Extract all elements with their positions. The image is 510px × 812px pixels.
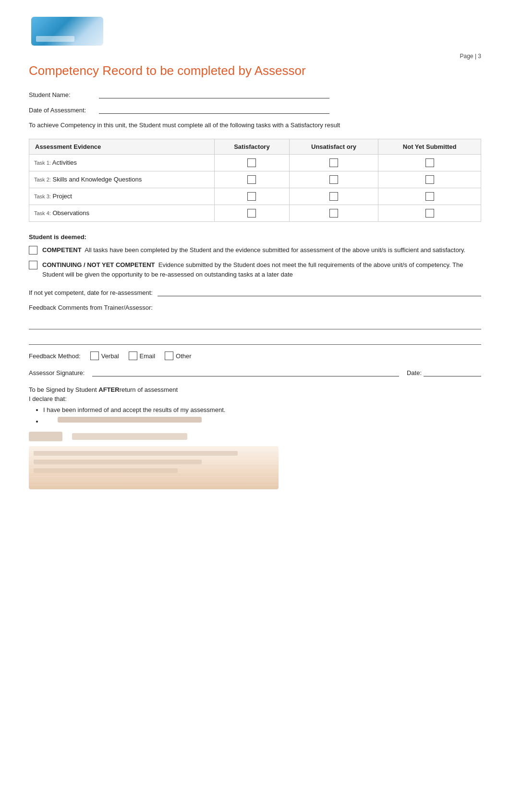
notyet-checkbox-0[interactable] xyxy=(425,158,434,167)
feedback-line-1[interactable] xyxy=(29,314,481,329)
logo-area xyxy=(29,14,106,48)
deemed-title: Student is deemed: xyxy=(29,233,481,241)
reassess-label: If not yet competent, date for re-assess… xyxy=(29,289,153,296)
date-part: Date: xyxy=(407,368,481,376)
unsatisfactory-checkbox-0[interactable] xyxy=(329,158,338,167)
task-name-0: Activities xyxy=(52,159,77,166)
satisfactory-cell-2[interactable] xyxy=(215,188,289,205)
email-label: Email xyxy=(140,352,156,360)
unsatisfactory-checkbox-3[interactable] xyxy=(329,209,338,218)
notyet-cell-2[interactable] xyxy=(378,188,481,205)
satisfactory-checkbox-0[interactable] xyxy=(247,158,256,167)
table-row: Task 4: Observations xyxy=(29,205,481,221)
notyet-checkbox-3[interactable] xyxy=(425,209,434,218)
blurred-signature-area xyxy=(29,446,279,489)
task-name-2: Project xyxy=(52,193,72,200)
declare-list: I have been informed of and accept the r… xyxy=(29,405,481,426)
date-assessment-row: Date of Assessment: xyxy=(29,105,481,114)
task-cell-0: Task 1: Activities xyxy=(29,154,215,171)
deemed-section: Student is deemed: COMPETENT All tasks h… xyxy=(29,233,481,279)
other-label: Other xyxy=(176,352,192,360)
bullet-2 xyxy=(43,417,481,426)
blurred-element-1 xyxy=(29,432,62,441)
feedback-method-row: Feedback Method: Verbal Email Other xyxy=(29,351,481,360)
task-cell-2: Task 3: Project xyxy=(29,188,215,205)
unsatisfactory-cell-0[interactable] xyxy=(289,154,378,171)
task-name-3: Observations xyxy=(52,209,89,217)
task-id-2: Task 3: xyxy=(34,194,51,199)
table-row: Task 2: Skills and Knowledge Questions xyxy=(29,171,481,188)
col-satisfactory: Satisfactory xyxy=(215,139,289,154)
notyet-cell-3[interactable] xyxy=(378,205,481,221)
declare-title: I declare that: xyxy=(29,395,481,402)
unsatisfactory-checkbox-1[interactable] xyxy=(329,175,338,184)
reassess-date-field[interactable] xyxy=(158,288,481,296)
task-id-3: Task 4: xyxy=(34,210,51,216)
feedback-section: Feedback Comments from Trainer/Assessor: xyxy=(29,304,481,345)
date-label: Date: xyxy=(407,369,422,376)
task-cell-1: Task 2: Skills and Knowledge Questions xyxy=(29,171,215,188)
competent-row: COMPETENT All tasks have been completed … xyxy=(29,245,481,255)
competent-checkbox[interactable] xyxy=(29,246,37,255)
student-sign-title: To be Signed by Student AFTERreturn of a… xyxy=(29,386,481,393)
page-title: Competency Record to be completed by Ass… xyxy=(29,63,481,78)
bullet-1: I have been informed of and accept the r… xyxy=(43,405,481,415)
notyet-checkbox-1[interactable] xyxy=(425,175,434,184)
unsatisfactory-cell-2[interactable] xyxy=(289,188,378,205)
notyet-cell-0[interactable] xyxy=(378,154,481,171)
feedback-label: Feedback Comments from Trainer/Assessor: xyxy=(29,304,481,311)
assessor-label: Assessor Signature: xyxy=(29,369,85,376)
satisfactory-checkbox-3[interactable] xyxy=(247,209,256,218)
assessor-signature-field[interactable] xyxy=(92,368,399,376)
verbal-checkbox[interactable] xyxy=(90,351,99,360)
task-id-1: Task 2: xyxy=(34,177,51,182)
assessment-table: Assessment Evidence Satisfactory Unsatis… xyxy=(29,139,481,222)
feedback-line-2[interactable] xyxy=(29,331,481,345)
satisfactory-cell-3[interactable] xyxy=(215,205,289,221)
task-cell-3: Task 4: Observations xyxy=(29,205,215,221)
intro-text: To achieve Competency in this unit, the … xyxy=(29,121,481,130)
email-checkbox[interactable] xyxy=(129,351,137,360)
continuing-row: CONTINUING / NOT YET COMPETENT Evidence … xyxy=(29,260,481,279)
satisfactory-checkbox-1[interactable] xyxy=(247,175,256,184)
student-name-label: Student Name: xyxy=(29,91,91,98)
notyet-checkbox-2[interactable] xyxy=(425,192,434,201)
task-name-1: Skills and Knowledge Questions xyxy=(52,176,142,183)
unsatisfactory-cell-1[interactable] xyxy=(289,171,378,188)
student-name-field[interactable] xyxy=(99,90,329,98)
col-not-yet: Not Yet Submitted xyxy=(378,139,481,154)
other-checkbox[interactable] xyxy=(165,351,173,360)
date-field[interactable] xyxy=(424,368,481,376)
blurred-element-2 xyxy=(72,433,187,440)
assessor-row: Assessor Signature: Date: xyxy=(29,368,481,376)
feedback-method-label: Feedback Method: xyxy=(29,352,81,360)
student-name-row: Student Name: xyxy=(29,90,481,98)
satisfactory-cell-0[interactable] xyxy=(215,154,289,171)
blurred-row xyxy=(29,432,481,441)
date-assessment-field[interactable] xyxy=(99,105,329,114)
student-section: To be Signed by Student AFTERreturn of a… xyxy=(29,386,481,489)
date-assessment-label: Date of Assessment: xyxy=(29,107,91,114)
other-option[interactable]: Other xyxy=(165,351,192,360)
verbal-label: Verbal xyxy=(101,352,119,360)
after-label: AFTER xyxy=(98,386,119,393)
unsatisfactory-cell-3[interactable] xyxy=(289,205,378,221)
reassess-row: If not yet competent, date for re-assess… xyxy=(29,288,481,296)
verbal-option[interactable]: Verbal xyxy=(90,351,119,360)
notyet-cell-1[interactable] xyxy=(378,171,481,188)
task-id-0: Task 1: xyxy=(34,160,51,166)
competent-text: COMPETENT All tasks have been completed … xyxy=(42,245,465,255)
satisfactory-cell-1[interactable] xyxy=(215,171,289,188)
satisfactory-checkbox-2[interactable] xyxy=(247,192,256,201)
table-row: Task 1: Activities xyxy=(29,154,481,171)
col-unsatisfactory: Unsatisfact ory xyxy=(289,139,378,154)
logo-image xyxy=(31,17,103,46)
continuing-text: CONTINUING / NOT YET COMPETENT Evidence … xyxy=(42,260,481,279)
col-evidence: Assessment Evidence xyxy=(29,139,215,154)
table-row: Task 3: Project xyxy=(29,188,481,205)
unsatisfactory-checkbox-2[interactable] xyxy=(329,192,338,201)
email-option[interactable]: Email xyxy=(129,351,156,360)
continuing-checkbox[interactable] xyxy=(29,261,37,269)
page-number: Page | 3 xyxy=(29,53,481,60)
